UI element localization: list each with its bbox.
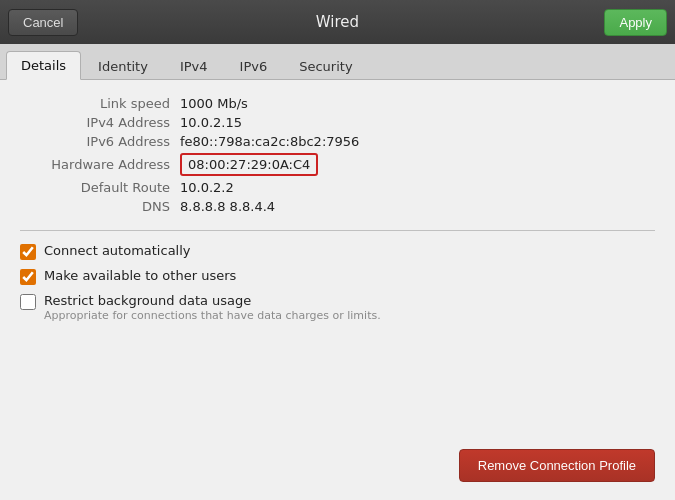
tabbar: Details Identity IPv4 IPv6 Security [0, 44, 675, 80]
content-area: Link speed 1000 Mb/s IPv4 Address 10.0.2… [0, 80, 675, 500]
make-available-checkbox[interactable] [20, 269, 36, 285]
tab-identity[interactable]: Identity [83, 52, 163, 80]
tab-details[interactable]: Details [6, 51, 81, 80]
link-speed-row: Link speed 1000 Mb/s [20, 96, 655, 111]
tab-security[interactable]: Security [284, 52, 367, 80]
make-available-label: Make available to other users [44, 268, 236, 283]
restrict-sublabel: Appropriate for connections that have da… [44, 309, 381, 322]
ipv4-row: IPv4 Address 10.0.2.15 [20, 115, 655, 130]
dns-row: DNS 8.8.8.8 8.8.4.4 [20, 199, 655, 214]
titlebar: Cancel Wired Apply [0, 0, 675, 44]
ipv6-row: IPv6 Address fe80::798a:ca2c:8bc2:7956 [20, 134, 655, 149]
connect-auto-label: Connect automatically [44, 243, 191, 258]
window-title: Wired [316, 13, 359, 31]
connect-auto-checkbox[interactable] [20, 244, 36, 260]
link-speed-label: Link speed [20, 96, 180, 111]
hardware-address-box: 08:00:27:29:0A:C4 [180, 153, 318, 176]
ipv4-label: IPv4 Address [20, 115, 180, 130]
dns-label: DNS [20, 199, 180, 214]
ipv6-value: fe80::798a:ca2c:8bc2:7956 [180, 134, 359, 149]
hardware-value: 08:00:27:29:0A:C4 [188, 157, 310, 172]
apply-button[interactable]: Apply [604, 9, 667, 36]
tab-ipv4[interactable]: IPv4 [165, 52, 223, 80]
hardware-label: Hardware Address [20, 157, 180, 172]
default-route-row: Default Route 10.0.2.2 [20, 180, 655, 195]
default-route-value: 10.0.2.2 [180, 180, 234, 195]
hardware-address-row: Hardware Address 08:00:27:29:0A:C4 [20, 153, 655, 176]
dns-value: 8.8.8.8 8.8.4.4 [180, 199, 275, 214]
checkboxes-section: Connect automatically Make available to … [20, 243, 655, 322]
remove-connection-profile-button[interactable]: Remove Connection Profile [459, 449, 655, 482]
tab-ipv6[interactable]: IPv6 [225, 52, 283, 80]
default-route-label: Default Route [20, 180, 180, 195]
restrict-checkbox[interactable] [20, 294, 36, 310]
link-speed-value: 1000 Mb/s [180, 96, 248, 111]
connect-auto-row: Connect automatically [20, 243, 655, 260]
ipv6-label: IPv6 Address [20, 134, 180, 149]
cancel-button[interactable]: Cancel [8, 9, 78, 36]
divider [20, 230, 655, 231]
ipv4-value: 10.0.2.15 [180, 115, 242, 130]
info-table: Link speed 1000 Mb/s IPv4 Address 10.0.2… [20, 96, 655, 214]
restrict-label: Restrict background data usage Appropria… [44, 293, 381, 322]
restrict-row: Restrict background data usage Appropria… [20, 293, 655, 322]
make-available-row: Make available to other users [20, 268, 655, 285]
